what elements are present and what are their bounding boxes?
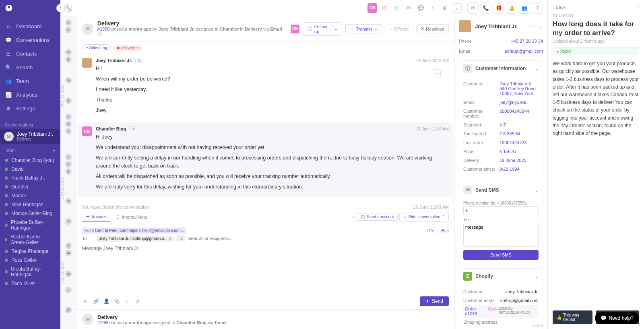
resolved-button[interactable]: ✕ Resolved xyxy=(416,24,449,33)
active-conversation[interactable]: ✉ Joey Tribbiani Jr. Delivery xyxy=(0,129,60,144)
send-button[interactable]: ✈ Send xyxy=(420,296,449,306)
nav-search[interactable]: 🔍Search xyxy=(0,60,60,74)
tag-delivery[interactable]: delivery × xyxy=(114,45,142,51)
customer-info-card: ⓘCustomer Information⌄ Customer:Joey Tri… xyxy=(459,60,543,177)
team-member[interactable]: Regina Phalange xyxy=(0,247,60,256)
customer-avatar xyxy=(82,58,92,68)
recipient-search-input[interactable] xyxy=(188,236,449,241)
person-icon[interactable]: 👤 xyxy=(103,298,109,304)
team-member[interactable]: Monica Geller-Bing xyxy=(0,209,60,218)
contacts-icon: ☰ xyxy=(5,50,12,57)
remove-tag-icon[interactable]: × xyxy=(137,46,139,50)
sidebar: ‹ ⌂Dashboard 💬Conversations ☰Contacts 🔍S… xyxy=(0,0,60,329)
version-label: v1.15.5 xyxy=(531,323,543,327)
notifications-button[interactable]: 🔔 xyxy=(506,2,517,14)
messenger-icon[interactable]: 💬 xyxy=(416,3,425,13)
team-member[interactable]: Mike Hannigan xyxy=(0,200,60,209)
article-updated: Updated about 2 months ago xyxy=(553,39,639,43)
team-member[interactable]: Gunther xyxy=(0,182,60,191)
send-sms-button[interactable]: Send SMS xyxy=(463,250,539,260)
email-link[interactable]: sottrup@gmail.com xyxy=(505,49,543,54)
team-member[interactable]: Ursula Buffay-Hannigan xyxy=(0,265,60,279)
tab-internal-note[interactable]: 🗒 Internal Note xyxy=(112,213,151,221)
remove-recipient-icon[interactable]: × xyxy=(169,236,171,241)
team-member[interactable]: David xyxy=(0,165,60,174)
chevron-down-icon[interactable]: ⌄ xyxy=(452,3,462,13)
nav-settings[interactable]: ⚙Settings xyxy=(0,101,60,115)
need-help-widget[interactable]: 💬 Need help? xyxy=(595,312,639,324)
nav-contacts[interactable]: ☰Contacts xyxy=(0,47,60,60)
chevron-down-icon: ⌄ xyxy=(535,273,539,279)
chevron-down-icon[interactable]: ⌄ xyxy=(539,23,543,29)
envelope-icon: ✉ xyxy=(82,314,93,325)
thread-meta: #1958 closed a month ago by Joey Tribbia… xyxy=(97,27,287,37)
side-conversation-button[interactable]: ＋ Side conversation ⌃ xyxy=(399,213,449,221)
transfer-button[interactable]: → Transfer ⌄ xyxy=(345,24,382,33)
message-agent: CB Chandler BingTo26 June 11:03 AM Hi Jo… xyxy=(78,122,453,197)
team-member[interactable]: Rachel Karen Green-Geller xyxy=(0,232,60,247)
open-external-icon[interactable]: ⤴ xyxy=(637,5,639,10)
bcc-button[interactable]: +Bcc xyxy=(439,228,449,233)
link-icon[interactable]: 🔗 xyxy=(93,298,99,304)
team-self[interactable]: Chandler Bing (you) xyxy=(0,156,60,165)
team-member[interactable]: Marcel xyxy=(0,191,60,200)
assignee-badge[interactable]: CB xyxy=(291,25,299,33)
team-member[interactable]: Ross Geller xyxy=(0,256,60,265)
nav-dashboard[interactable]: ⌂Dashboard xyxy=(0,19,60,33)
call-button[interactable]: 📞 xyxy=(480,2,491,14)
phone-link[interactable]: +45 27 28 33 34 xyxy=(511,39,543,43)
sidebar-collapse-button[interactable]: ‹ xyxy=(56,4,64,12)
emoji-icon[interactable]: ☺ xyxy=(124,298,130,304)
info-icon[interactable]: ⓘ xyxy=(97,32,102,37)
sms-phone-input[interactable] xyxy=(463,206,539,215)
customer-name: Joey Tribbiani Jr. xyxy=(475,23,526,29)
inbox-button[interactable]: ✉ xyxy=(467,2,479,14)
article-category: DELIVERY xyxy=(553,14,639,18)
gift-button[interactable]: 🎁 xyxy=(493,2,504,14)
send-sms-header[interactable]: ✉Send SMS⌄ xyxy=(459,182,543,198)
message-more-button[interactable]: ⋯ xyxy=(433,69,441,77)
from-chip[interactable]: From Central Perk <centralperk-hello@ema… xyxy=(82,228,186,234)
customer-info-header[interactable]: ⓘCustomer Information⌄ xyxy=(459,61,543,76)
add-tag-button[interactable]: + Select tag xyxy=(82,44,111,51)
public-badge: ● Public xyxy=(553,48,639,55)
bolt-icon[interactable]: ⚡ xyxy=(134,298,141,304)
helpful-button[interactable]: 👍 This was helpful xyxy=(553,310,592,324)
cc-button[interactable]: +Cc xyxy=(426,228,434,233)
back-button[interactable]: ‹ Back xyxy=(553,5,639,10)
nav-analytics[interactable]: 📈Analytics xyxy=(0,88,60,101)
shopify-header[interactable]: SShopify⌄ xyxy=(459,269,543,284)
next-conversation-card[interactable]: ✉ Delivery #1960 closed a month ago assi… xyxy=(76,309,454,329)
nav-team[interactable]: 👥Team xyxy=(0,74,60,88)
team-member[interactable]: Frank Buffay Jr. xyxy=(0,174,60,182)
agent-badge[interactable]: CB xyxy=(367,3,377,13)
help-button[interactable]: ? xyxy=(532,2,543,14)
tab-answer[interactable]: ↩ Answer xyxy=(82,212,110,221)
more-icon[interactable]: ⋯ xyxy=(530,23,535,29)
conv-subject: Delivery xyxy=(17,137,56,141)
message-input[interactable] xyxy=(82,243,449,292)
whatsapp-icon[interactable]: ✆ xyxy=(392,3,401,13)
people-button[interactable]: 👥 xyxy=(519,2,530,14)
shopify-icon: S xyxy=(463,272,472,281)
customer-avatar xyxy=(459,20,471,32)
status-icon[interactable]: ⏱ xyxy=(380,3,389,13)
menu-icon[interactable]: ≡ xyxy=(352,214,355,220)
add-team-icon[interactable]: + xyxy=(53,148,56,153)
team-member[interactable]: Zach Miller xyxy=(0,279,60,288)
attachment-icon[interactable]: 📎 xyxy=(114,298,120,304)
more-channels-icon[interactable]: ⊕ xyxy=(440,3,450,13)
topbar-search-button[interactable]: 🔍 xyxy=(64,4,72,12)
font-icon[interactable]: A xyxy=(82,298,89,304)
email-icon[interactable]: ✉ xyxy=(404,3,413,13)
home-icon: ⌂ xyxy=(5,23,12,30)
team-member[interactable]: Phoebe Buffay-Hannigan xyxy=(0,218,60,232)
sms-text-input[interactable]: message xyxy=(463,223,539,247)
article-body: We work hard to get you your products as… xyxy=(553,60,639,137)
nav-conversations[interactable]: 💬Conversations xyxy=(0,33,60,47)
follow-up-button[interactable]: 🕐 Follow up ⌄ xyxy=(303,22,343,36)
sms-icon: ✉ xyxy=(463,186,472,195)
recipient-chip[interactable]: Joey Tribbiani Jr. <sottrup@gmail.co... … xyxy=(97,236,174,242)
send-transcript-button[interactable]: 📋 Send transcript xyxy=(357,213,397,221)
chat-icon[interactable]: ＋ xyxy=(428,3,438,13)
